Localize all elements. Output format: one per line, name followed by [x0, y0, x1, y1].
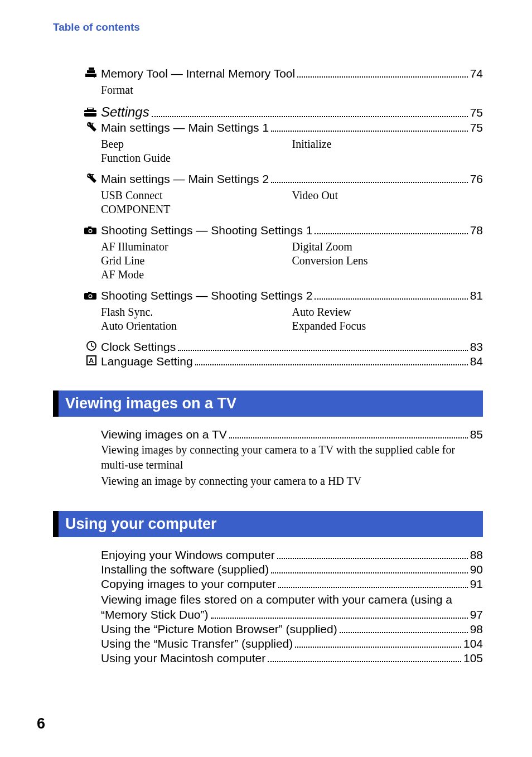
page-ref: 88: [470, 548, 483, 562]
page-ref: 83: [470, 340, 483, 354]
language-icon: A: [81, 355, 101, 365]
dot-leader: [271, 131, 468, 132]
page-ref: 78: [470, 224, 483, 237]
dot-leader: [297, 76, 467, 78]
toc-title: Installing the software (supplied): [101, 563, 269, 576]
sub-item[interactable]: Flash Sync.: [101, 306, 292, 319]
page-ref: 85: [470, 428, 483, 441]
sub-item[interactable]: Conversion Lens: [292, 254, 483, 267]
toc-title: Shooting Settings — Shooting Settings 2: [101, 289, 312, 302]
svg-rect-0: [89, 67, 94, 70]
svg-text:A: A: [89, 356, 94, 365]
toc-entry[interactable]: Installing the software (supplied) 90: [81, 563, 483, 576]
toc-title: Using the “Music Transfer” (supplied): [101, 637, 293, 650]
toc-entry[interactable]: T Main settings — Main Settings 1 75: [81, 121, 483, 134]
memory-icon: [81, 67, 101, 78]
toc-title: Viewing images on a TV: [101, 428, 227, 441]
toc-title: Memory Tool — Internal Memory Tool: [101, 67, 295, 80]
page-ref: 97: [470, 607, 483, 622]
toc-entry[interactable]: Settings 75: [81, 104, 483, 120]
toc-subitems: Flash Sync. Auto Orientation Auto Review…: [101, 306, 483, 334]
toc-entry[interactable]: Shooting Settings — Shooting Settings 1 …: [81, 224, 483, 237]
sub-item[interactable]: Video Out: [292, 189, 483, 202]
toc-entry[interactable]: Using your Macintosh computer 105: [81, 652, 483, 665]
toc-entry[interactable]: Memory Tool — Internal Memory Tool 74: [81, 67, 483, 80]
svg-point-12: [89, 230, 91, 232]
toc-subitems: Beep Function Guide Initialize: [101, 138, 483, 166]
sub-item[interactable]: Auto Review: [292, 306, 483, 319]
svg-text:T: T: [91, 173, 94, 180]
dot-leader: [211, 618, 468, 619]
page-ref: 84: [470, 355, 483, 368]
sub-item[interactable]: Initialize: [292, 138, 483, 151]
toc-entry[interactable]: Viewing images on a TV 85: [81, 428, 483, 441]
svg-rect-14: [88, 292, 91, 293]
toc-entry[interactable]: A Language Setting 84: [81, 355, 483, 368]
section-heading-computer: Using your computer: [53, 511, 483, 537]
wrench-icon: T: [81, 122, 101, 132]
wrench-icon: T: [81, 173, 101, 183]
sub-item[interactable]: AF Illuminator: [101, 240, 292, 253]
sub-item[interactable]: Format: [101, 84, 292, 97]
toc-title: Using your Macintosh computer: [101, 652, 265, 665]
toc-title-line1: Viewing image files stored on a computer…: [101, 592, 483, 607]
page-ref: 75: [470, 106, 483, 119]
dot-leader: [277, 558, 468, 559]
sub-desc[interactable]: Viewing images by connecting your camera…: [101, 442, 483, 472]
dot-leader: [271, 182, 468, 183]
sub-item[interactable]: Digital Zoom: [292, 240, 483, 253]
svg-point-16: [89, 295, 91, 297]
sub-item[interactable]: Auto Orientation: [101, 320, 292, 332]
toc-entry[interactable]: T Main settings — Main Settings 2 76: [81, 172, 483, 186]
toc-body: Memory Tool — Internal Memory Tool 74 Fo…: [53, 67, 483, 368]
sub-desc[interactable]: Viewing an image by connecting your came…: [101, 474, 483, 489]
dot-leader: [315, 233, 467, 234]
toc-title: Main settings — Main Settings 1: [101, 121, 269, 134]
sub-item[interactable]: Expanded Focus: [292, 320, 483, 332]
toc-title: Using the “Picture Motion Browser” (supp…: [101, 623, 337, 636]
toc-title: Clock Settings: [101, 340, 176, 354]
clock-icon: [81, 341, 101, 351]
dot-leader: [178, 350, 467, 351]
page-ref: 98: [470, 623, 483, 636]
toc-entry[interactable]: Clock Settings 83: [81, 340, 483, 354]
svg-rect-4: [88, 108, 93, 110]
svg-rect-10: [88, 226, 91, 228]
toc-title: Copying images to your computer: [101, 577, 276, 591]
camera-icon: [81, 292, 101, 300]
toc-entry[interactable]: Using the “Music Transfer” (supplied) 10…: [81, 637, 483, 650]
dot-leader: [268, 661, 461, 662]
page-ref: 91: [470, 577, 483, 591]
toolbox-icon: [81, 108, 101, 117]
toc-entry[interactable]: Shooting Settings — Shooting Settings 2 …: [81, 289, 483, 302]
svg-rect-6: [84, 112, 96, 113]
sub-item[interactable]: USB Connect: [101, 189, 292, 202]
page-number: 6: [37, 715, 45, 732]
sub-item[interactable]: Function Guide: [101, 152, 292, 165]
sub-item[interactable]: AF Mode: [101, 268, 292, 281]
page-ref: 104: [463, 637, 483, 650]
toc-title: Shooting Settings — Shooting Settings 1: [101, 224, 312, 237]
dot-leader: [152, 116, 468, 117]
dot-leader: [295, 647, 461, 648]
page-ref: 74: [470, 67, 483, 80]
page-ref: 75: [470, 121, 483, 134]
sub-item[interactable]: Beep: [101, 138, 292, 151]
dot-leader: [195, 364, 468, 365]
dot-leader: [229, 437, 468, 438]
toc-subitems: USB Connect COMPONENT Video Out: [101, 189, 483, 217]
toc-entry[interactable]: Enjoying your Windows computer 88: [81, 548, 483, 562]
svg-text:T: T: [91, 122, 94, 128]
toc-entry[interactable]: Using the “Picture Motion Browser” (supp…: [81, 623, 483, 636]
sub-item[interactable]: Grid Line: [101, 254, 292, 267]
toc-subitems: AF Illuminator Grid Line AF Mode Digital…: [101, 240, 483, 282]
dot-leader: [271, 572, 467, 573]
toc-title: Settings: [101, 104, 149, 120]
dot-leader: [340, 632, 468, 633]
toc-entry[interactable]: Copying images to your computer 91: [81, 577, 483, 591]
toc-entry-multiline[interactable]: Viewing image files stored on a computer…: [101, 592, 483, 623]
svg-line-19: [91, 346, 94, 347]
toc-title: Language Setting: [101, 355, 193, 368]
sub-item[interactable]: COMPONENT: [101, 203, 292, 216]
svg-rect-1: [87, 70, 95, 73]
